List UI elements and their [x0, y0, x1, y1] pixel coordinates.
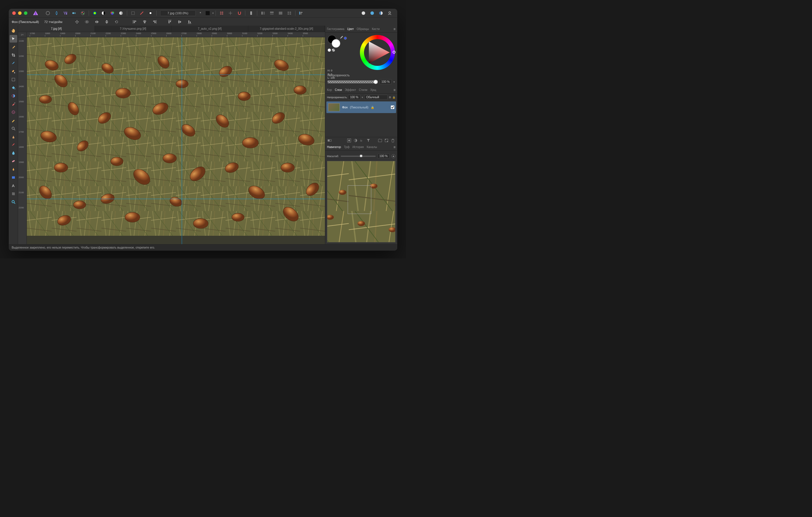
tab-histogram[interactable]: Гистограмма — [327, 27, 344, 31]
tab-brushes[interactable]: Кисти — [372, 27, 380, 31]
healing-tool[interactable] — [10, 157, 17, 165]
ruler-vertical[interactable]: 1100120013001400150016001700180019002000… — [18, 37, 27, 244]
mask-icon[interactable] — [347, 139, 351, 143]
refine-icon[interactable] — [146, 10, 154, 17]
zoom-slider[interactable] — [341, 156, 376, 157]
selection-marquee-icon[interactable] — [129, 10, 137, 17]
navigator-viewport-rect[interactable] — [348, 185, 372, 214]
panel-menu-icon[interactable]: ≡ — [394, 27, 396, 31]
gradient-icon[interactable] — [117, 10, 125, 17]
bg-color-icon[interactable] — [204, 10, 212, 17]
ctx-eye-icon[interactable] — [83, 19, 90, 25]
zoom-value[interactable]: 100 % — [377, 154, 390, 158]
opacity-dropdown-icon[interactable]: ▾ — [394, 81, 395, 83]
flood-fill-tool[interactable] — [10, 84, 17, 92]
pencil-tool[interactable] — [10, 117, 17, 124]
tab-channels[interactable]: Каналы — [367, 145, 377, 149]
default-none-swatch[interactable] — [331, 49, 335, 52]
persona-export-icon[interactable] — [79, 10, 87, 17]
tab-transform[interactable]: Трф — [344, 145, 349, 149]
blend-mode-dropdown[interactable]: Обычный — [364, 95, 388, 100]
gradient-tool[interactable] — [10, 92, 17, 100]
opacity-slider[interactable] — [327, 81, 378, 83]
delete-layer-icon[interactable] — [391, 139, 395, 143]
align-center-v-icon[interactable] — [176, 19, 183, 25]
ctx-flip-h-icon[interactable] — [93, 19, 100, 25]
tab-layers[interactable]: Слои — [335, 88, 342, 92]
canvas-viewport[interactable] — [27, 37, 325, 244]
eyedropper-mini-icon[interactable] — [339, 35, 343, 39]
layer-row[interactable]: Фон (Пиксельный) 🔒 — [326, 101, 396, 113]
default-white-swatch[interactable] — [327, 49, 331, 52]
rectangle-tool[interactable] — [10, 174, 17, 181]
channels-icon[interactable] — [108, 10, 116, 17]
paint-mixer-tool[interactable] — [10, 109, 17, 116]
color-wheel-icon[interactable] — [91, 10, 99, 17]
align-bottom-icon[interactable] — [186, 19, 193, 25]
arrange-1-icon[interactable] — [259, 10, 267, 17]
sampled-color-swatch[interactable] — [344, 37, 347, 40]
tab-adjustments[interactable]: Кор — [327, 88, 332, 92]
guide-horizontal-2[interactable] — [27, 199, 325, 199]
color-wheel[interactable] — [360, 35, 395, 70]
layer-opacity-value[interactable]: 100 % — [348, 95, 360, 100]
ctx-rotate-icon[interactable] — [113, 19, 120, 25]
doc-tab-2[interactable]: 7_auto_x2.png [И] — [172, 26, 248, 32]
close-window-button[interactable] — [12, 11, 16, 15]
tab-text-styles[interactable]: Хрщ — [370, 88, 376, 92]
align-center-h-icon[interactable] — [141, 19, 148, 25]
align-top-icon[interactable] — [166, 19, 173, 25]
layers-panel-menu-icon[interactable]: ≡ — [394, 88, 396, 92]
stock-1-icon[interactable] — [359, 10, 368, 17]
group-icon[interactable] — [378, 139, 382, 143]
inpainting-tool[interactable] — [10, 141, 17, 149]
doc-tab-0[interactable]: 7.jpg [И] — [18, 26, 95, 32]
tab-effects[interactable]: Эффект — [345, 88, 356, 92]
clone-tool[interactable] — [10, 133, 17, 141]
align-right-icon[interactable] — [151, 19, 158, 25]
hand-tool[interactable] — [10, 27, 17, 34]
opacity-value[interactable]: 100 % — [379, 79, 392, 84]
live-filter-icon[interactable] — [366, 139, 370, 143]
tab-color[interactable]: Цвет — [347, 27, 354, 31]
persona-photo-icon[interactable] — [44, 10, 52, 17]
account-icon[interactable] — [385, 10, 394, 17]
marquee-tool[interactable] — [10, 76, 17, 83]
tab-swatches[interactable]: Образцы — [357, 27, 369, 31]
persona-tone-icon[interactable] — [70, 10, 78, 17]
ctx-move-icon[interactable] — [74, 19, 81, 25]
nav-panel-menu-icon[interactable]: ≡ — [394, 145, 396, 149]
mesh-tool[interactable] — [10, 190, 17, 197]
snap-icon[interactable] — [235, 10, 243, 17]
align-left-icon[interactable] — [131, 19, 138, 25]
crop-tool[interactable] — [10, 51, 17, 59]
blur-tool[interactable] — [10, 149, 17, 157]
zoom-in-button[interactable]: + — [392, 154, 396, 158]
persona-develop-icon[interactable] — [61, 10, 69, 17]
doc-tab-1[interactable]: 7-Улучшено.png [И] — [95, 26, 172, 32]
blend-ranges-icon[interactable] — [327, 139, 331, 143]
secondary-color-swatch[interactable] — [331, 39, 340, 48]
flood-select-tool[interactable] — [10, 68, 17, 75]
navigator-thumbnail[interactable] — [327, 161, 396, 242]
guides-icon[interactable] — [226, 10, 234, 17]
dodge-tool[interactable] — [10, 125, 17, 132]
add-layer-icon[interactable] — [384, 139, 388, 143]
layer-lock-icon[interactable]: 🔒 — [392, 96, 396, 99]
layer-cog-icon[interactable]: ⚙ — [389, 96, 391, 99]
doc-tab-3[interactable]: 7-gigapixel-standard-scale-2_00x.png [И] — [248, 26, 325, 32]
quick-mask-icon[interactable] — [138, 10, 146, 17]
guide-horizontal-1[interactable] — [27, 74, 325, 75]
minimize-window-button[interactable] — [18, 11, 22, 15]
zoom-tool[interactable] — [10, 198, 17, 206]
tab-history[interactable]: История — [352, 145, 364, 149]
pen-tool[interactable] — [10, 165, 17, 173]
ruler-unit-label[interactable]: px — [18, 32, 27, 37]
layer-locked-icon[interactable]: 🔒 — [371, 106, 374, 109]
maximize-window-button[interactable] — [24, 11, 27, 15]
tab-navigator[interactable]: Навигатор — [327, 145, 341, 149]
stock-3-icon[interactable] — [377, 10, 385, 17]
contrast-icon[interactable] — [99, 10, 108, 17]
document-title-field[interactable]: 7.jpg (100.0%) — [160, 10, 196, 16]
ctx-flip-v-icon[interactable] — [103, 19, 110, 25]
